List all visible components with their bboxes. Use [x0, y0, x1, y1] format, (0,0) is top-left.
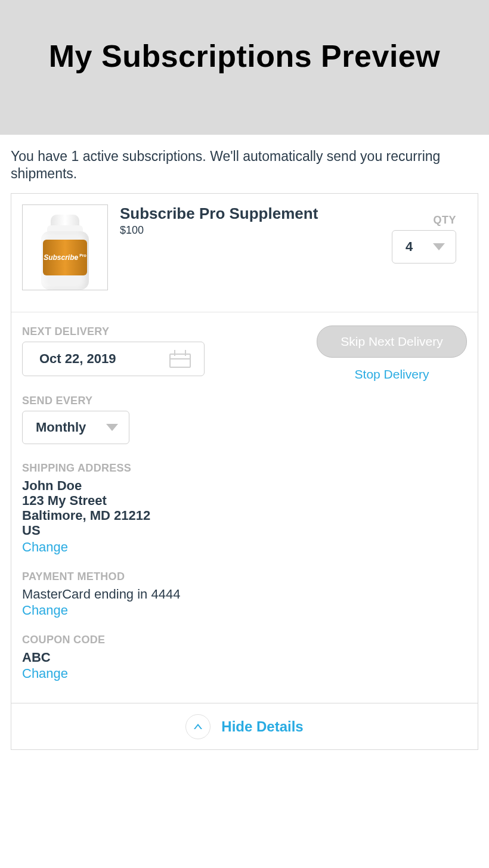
frequency-value: Monthly — [36, 420, 86, 435]
shipping-street: 123 My Street — [22, 493, 467, 508]
hide-details-label: Hide Details — [221, 718, 303, 735]
product-price: $100 — [120, 224, 392, 237]
coupon-code-label: COUPON CODE — [22, 634, 467, 646]
chevron-up-icon — [194, 724, 202, 729]
product-name: Subscribe Pro Supplement — [120, 204, 392, 223]
next-delivery-input[interactable]: Oct 22, 2019 — [22, 342, 205, 376]
qty-label: QTY — [433, 214, 456, 227]
calendar-icon — [169, 350, 191, 368]
next-delivery-date: Oct 22, 2019 — [39, 351, 116, 367]
product-row: SubscribePro Subscribe Pro Supplement $1… — [11, 194, 478, 312]
skip-next-delivery-button[interactable]: Skip Next Delivery — [317, 326, 467, 358]
payment-method-text: MasterCard ending in 4444 — [22, 587, 467, 602]
shipping-address-block: SHIPPING ADDRESS John Doe 123 My Street … — [22, 462, 467, 555]
shipping-name: John Doe — [22, 478, 467, 493]
subscription-card: SubscribePro Subscribe Pro Supplement $1… — [11, 193, 478, 751]
next-delivery-label: NEXT DELIVERY — [22, 326, 205, 338]
shipping-address-label: SHIPPING ADDRESS — [22, 462, 467, 475]
coupon-code-block: COUPON CODE ABC Change — [22, 634, 467, 681]
shipping-city: Baltimore, MD 21212 — [22, 508, 467, 523]
qty-select[interactable]: 4 — [392, 230, 456, 264]
chevron-down-icon — [106, 424, 118, 431]
frequency-select[interactable]: Monthly — [22, 411, 129, 444]
payment-method-block: PAYMENT METHOD MasterCard ending in 4444… — [22, 571, 467, 618]
stop-delivery-link[interactable]: Stop Delivery — [355, 367, 429, 382]
shipping-change-link[interactable]: Change — [22, 540, 68, 555]
intro-text: You have 1 active subscriptions. We'll a… — [0, 135, 489, 193]
chevron-down-icon — [433, 243, 445, 250]
coupon-code-value: ABC — [22, 650, 467, 665]
payment-change-link[interactable]: Change — [22, 603, 68, 618]
collapse-button[interactable] — [185, 714, 211, 739]
payment-method-label: PAYMENT METHOD — [22, 571, 467, 583]
coupon-change-link[interactable]: Change — [22, 666, 68, 681]
page-title: My Subscriptions Preview — [49, 38, 440, 74]
hide-details-toggle[interactable]: Hide Details — [11, 703, 478, 749]
page-banner: My Subscriptions Preview — [0, 0, 489, 135]
product-image: SubscribePro — [22, 204, 108, 290]
qty-value: 4 — [406, 239, 413, 255]
send-every-label: SEND EVERY — [22, 395, 467, 407]
shipping-country: US — [22, 523, 467, 538]
